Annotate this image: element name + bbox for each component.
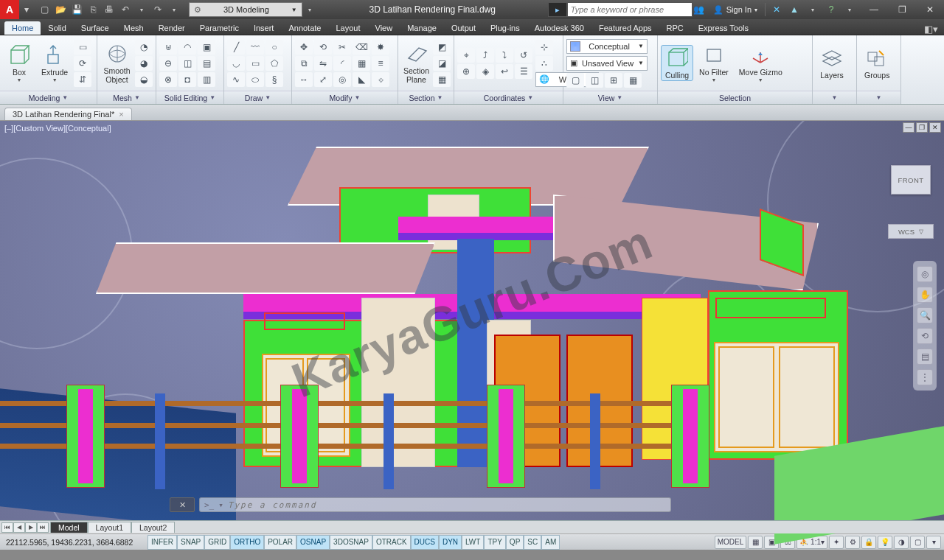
undo-icon[interactable]: ↶ [118, 2, 133, 17]
document-tab[interactable]: 3D Latihan Rendering Final* × [4, 108, 132, 120]
toggle-polar[interactable]: POLAR [264, 535, 296, 550]
exchange-x-icon[interactable]: ✕ [770, 3, 783, 16]
app-menu-dropdown[interactable]: ▾ [19, 2, 34, 17]
ucs-world-icon[interactable]: ⊕ [457, 64, 475, 79]
ucs-x-icon[interactable]: ⤴ [476, 48, 494, 63]
ribbon-collapse-icon[interactable]: ◧▾ [918, 24, 944, 35]
3dalign-icon[interactable]: ⟐ [372, 72, 389, 87]
infocenter-icon[interactable]: 👥 [693, 3, 706, 16]
layout-tab-layout1[interactable]: Layout1 [88, 522, 131, 533]
hardware-accel-icon[interactable]: 💡 [878, 536, 892, 549]
print-icon[interactable]: 🖶 [102, 2, 117, 17]
lock-ui-icon[interactable]: 🔒 [861, 536, 876, 549]
extrude-button[interactable]: Extrude ▼ [37, 42, 72, 84]
presspull-icon[interactable]: ⇵ [74, 72, 91, 87]
layout-prev-icon[interactable]: ◀ [13, 522, 25, 533]
explode-icon[interactable]: ✸ [372, 40, 389, 55]
annotation-visibility-icon[interactable]: ✦ [829, 536, 844, 549]
coordinates-readout[interactable]: 22112.5965, 19436.2231, 3684.6882 [0, 538, 148, 547]
layout-next-icon[interactable]: ▶ [25, 522, 37, 533]
culling-button[interactable]: Culling [661, 45, 693, 82]
tab-rpc[interactable]: RPC [659, 21, 691, 35]
extract-edge-icon[interactable]: ◠ [178, 40, 196, 55]
panel-title-section[interactable]: Section▼ [398, 91, 454, 104]
toggle-sc[interactable]: SC [524, 535, 541, 550]
toggle-ducs[interactable]: DUCS [411, 535, 439, 550]
single-vp-icon[interactable]: ▢ [566, 73, 584, 88]
maximize-button[interactable]: ❐ [888, 1, 916, 18]
toggle-am[interactable]: AM [541, 535, 560, 550]
undo-dropdown-icon[interactable]: ▾ [134, 2, 149, 17]
offset-mod-icon[interactable]: ◎ [333, 72, 351, 87]
face-extrude-icon[interactable]: ▣ [198, 40, 215, 55]
saved-view-combo[interactable]: ▣Unsaved View▼ [566, 56, 648, 71]
grid-display-icon[interactable]: ▦ [748, 536, 763, 549]
toggle-snap[interactable]: SNAP [177, 535, 204, 550]
toggle-lwt[interactable]: LWT [462, 535, 484, 550]
command-input-box[interactable]: >_ ▾ [199, 497, 671, 512]
section-gen-icon[interactable]: ▦ [433, 72, 451, 87]
sign-in-button[interactable]: 👤 Sign In ▾ [710, 5, 760, 15]
toggle-dyn[interactable]: DYN [439, 535, 462, 550]
layout-tab-model[interactable]: Model [50, 522, 88, 533]
close-button[interactable]: ✕ [916, 1, 944, 18]
tab-parametric[interactable]: Parametric [192, 21, 246, 35]
trim-icon[interactable]: ✂ [333, 40, 351, 55]
redo-dropdown-icon[interactable]: ▾ [167, 2, 181, 17]
add-jog-icon[interactable]: ◪ [433, 56, 451, 71]
tab-manage[interactable]: Manage [400, 21, 444, 35]
ucs-z-icon[interactable]: ↺ [515, 48, 532, 63]
mesh-less-icon[interactable]: ◕ [135, 56, 153, 71]
toggle-grid[interactable]: GRID [204, 535, 230, 550]
ucs-y-icon[interactable]: ⤵ [496, 48, 513, 63]
smooth-object-button[interactable]: Smooth Object [100, 41, 133, 85]
cmd-close-icon[interactable]: ✕ [170, 497, 195, 512]
help-search-input[interactable] [567, 2, 693, 17]
panel-title-mesh[interactable]: Mesh▼ [97, 91, 156, 104]
toggle-osnap[interactable]: OSNAP [296, 535, 330, 550]
isolate-objects-icon[interactable]: ◑ [894, 536, 909, 549]
helix-icon[interactable]: § [266, 72, 283, 87]
face-offset-icon[interactable]: ◫ [178, 56, 196, 71]
help-icon[interactable]: ? [825, 3, 838, 16]
stretch-icon[interactable]: ↔ [295, 72, 313, 87]
tab-solid[interactable]: Solid [41, 21, 73, 35]
chamfer-icon[interactable]: ◣ [353, 72, 370, 87]
ucs-view-icon[interactable]: ◈ [476, 64, 494, 79]
ucs-icon[interactable]: ⌖ [457, 48, 475, 63]
toggle-qp[interactable]: QP [506, 535, 524, 550]
close-tab-icon[interactable]: × [119, 110, 123, 119]
no-filter-button[interactable]: No Filter▼ [695, 42, 733, 84]
subtract-icon[interactable]: ⊖ [159, 56, 177, 71]
intersect-icon[interactable]: ⊗ [159, 72, 177, 87]
tab-featured-apps[interactable]: Featured Apps [591, 21, 659, 35]
new-icon[interactable]: ▢ [37, 2, 52, 17]
toggle-ortho[interactable]: ORTHO [230, 535, 264, 550]
layout-tab-layout2[interactable]: Layout2 [131, 522, 175, 533]
tab-render[interactable]: Render [151, 21, 192, 35]
separate-icon[interactable]: ▥ [198, 72, 215, 87]
app-icon[interactable]: A [0, 0, 19, 19]
toggle-tpy[interactable]: TPY [484, 535, 505, 550]
box-button[interactable]: Box ▼ [3, 42, 35, 84]
move-icon[interactable]: ✥ [295, 40, 313, 55]
toggle-otrack[interactable]: OTRACK [372, 535, 411, 550]
qat-overflow-icon[interactable]: ▾ [302, 2, 317, 17]
viewport[interactable]: [–][Custom View][Conceptual] — ❐ ✕ FRONT… [0, 121, 944, 533]
spline-icon[interactable]: ∿ [227, 72, 245, 87]
scale-icon[interactable]: ⤢ [314, 72, 332, 87]
polysolid-icon[interactable]: ▭ [74, 40, 91, 55]
workspace-switching-icon[interactable]: ⚙ [845, 536, 860, 549]
visual-style-combo[interactable]: Conceptual▼ [566, 39, 648, 54]
two-vp-icon[interactable]: ◫ [586, 73, 603, 88]
tab-home[interactable]: Home [4, 21, 41, 35]
tab-output[interactable]: Output [444, 21, 483, 35]
tab-layout[interactable]: Layout [328, 21, 367, 35]
mirror-icon[interactable]: ⇋ [314, 56, 332, 71]
save-icon[interactable]: 💾 [69, 2, 84, 17]
layout-last-icon[interactable]: ⏭ [37, 522, 49, 533]
tab-plugins[interactable]: Plug-ins [483, 21, 527, 35]
panel-title-layers[interactable]: ▼ [813, 91, 856, 104]
live-section-icon[interactable]: ◩ [433, 40, 451, 55]
ellipse-icon[interactable]: ⬭ [246, 72, 264, 87]
